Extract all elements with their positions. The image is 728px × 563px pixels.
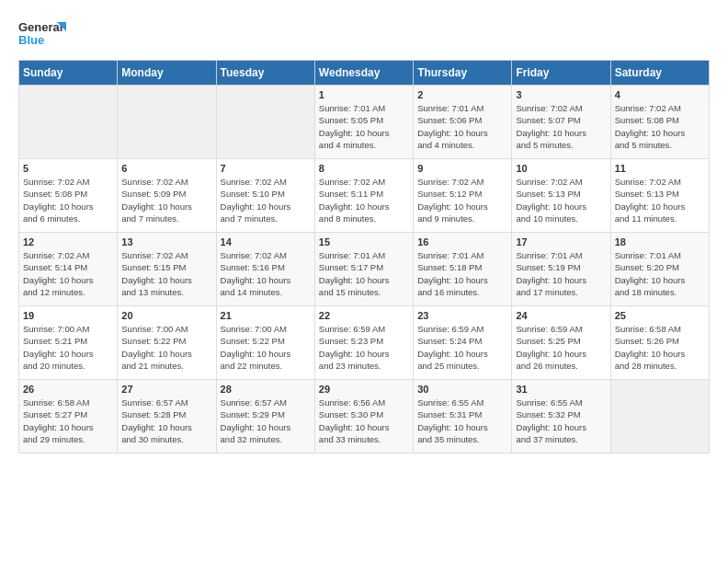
day-number: 15 — [319, 236, 409, 247]
day-info: Sunrise: 7:02 AM Sunset: 5:11 PM Dayligh… — [319, 176, 409, 224]
week-row-4: 19Sunrise: 7:00 AM Sunset: 5:21 PM Dayli… — [19, 306, 710, 380]
week-row-2: 5Sunrise: 7:02 AM Sunset: 5:08 PM Daylig… — [19, 159, 710, 233]
day-number: 12 — [23, 236, 113, 247]
day-cell-30: 30Sunrise: 6:55 AM Sunset: 5:31 PM Dayli… — [414, 380, 512, 454]
day-info: Sunrise: 7:02 AM Sunset: 5:14 PM Dayligh… — [23, 249, 113, 298]
day-info: Sunrise: 7:00 AM Sunset: 5:22 PM Dayligh… — [121, 323, 211, 372]
day-number: 22 — [319, 310, 409, 321]
day-info: Sunrise: 7:01 AM Sunset: 5:06 PM Dayligh… — [417, 102, 507, 151]
week-row-1: 1Sunrise: 7:01 AM Sunset: 5:05 PM Daylig… — [19, 86, 710, 159]
day-info: Sunrise: 7:02 AM Sunset: 5:13 PM Dayligh… — [615, 176, 705, 224]
day-cell-22: 22Sunrise: 6:59 AM Sunset: 5:23 PM Dayli… — [314, 306, 413, 380]
day-number: 14 — [221, 236, 311, 247]
day-cell-9: 9Sunrise: 7:02 AM Sunset: 5:12 PM Daylig… — [414, 159, 512, 233]
day-cell-14: 14Sunrise: 7:02 AM Sunset: 5:16 PM Dayli… — [216, 233, 314, 306]
empty-cell — [216, 86, 314, 159]
day-number: 10 — [516, 163, 606, 174]
header: GeneralBlue — [18, 18, 710, 51]
day-info: Sunrise: 7:01 AM Sunset: 5:20 PM Dayligh… — [615, 249, 705, 298]
day-number: 17 — [516, 236, 606, 247]
week-row-5: 26Sunrise: 6:58 AM Sunset: 5:27 PM Dayli… — [19, 380, 710, 454]
weekday-header-tuesday: Tuesday — [216, 61, 314, 86]
day-info: Sunrise: 7:02 AM Sunset: 5:08 PM Dayligh… — [23, 176, 113, 224]
day-cell-5: 5Sunrise: 7:02 AM Sunset: 5:08 PM Daylig… — [19, 159, 118, 233]
day-cell-20: 20Sunrise: 7:00 AM Sunset: 5:22 PM Dayli… — [118, 306, 216, 380]
day-number: 29 — [319, 384, 409, 395]
day-cell-29: 29Sunrise: 6:56 AM Sunset: 5:30 PM Dayli… — [314, 380, 413, 454]
day-number: 9 — [417, 163, 507, 174]
week-row-3: 12Sunrise: 7:02 AM Sunset: 5:14 PM Dayli… — [19, 233, 710, 306]
day-info: Sunrise: 7:02 AM Sunset: 5:07 PM Dayligh… — [516, 102, 606, 151]
day-number: 30 — [417, 384, 507, 395]
day-info: Sunrise: 6:55 AM Sunset: 5:32 PM Dayligh… — [516, 396, 606, 445]
day-info: Sunrise: 7:02 AM Sunset: 5:12 PM Dayligh… — [417, 176, 507, 224]
day-number: 6 — [121, 163, 211, 174]
svg-text:General: General — [18, 20, 63, 34]
day-number: 13 — [121, 236, 211, 247]
day-cell-16: 16Sunrise: 7:01 AM Sunset: 5:18 PM Dayli… — [414, 233, 512, 306]
day-info: Sunrise: 7:01 AM Sunset: 5:18 PM Dayligh… — [417, 249, 507, 298]
weekday-header-row: SundayMondayTuesdayWednesdayThursdayFrid… — [19, 61, 710, 86]
calendar-table: SundayMondayTuesdayWednesdayThursdayFrid… — [18, 60, 710, 454]
day-cell-1: 1Sunrise: 7:01 AM Sunset: 5:05 PM Daylig… — [314, 86, 413, 159]
day-cell-3: 3Sunrise: 7:02 AM Sunset: 5:07 PM Daylig… — [512, 86, 610, 159]
day-cell-26: 26Sunrise: 6:58 AM Sunset: 5:27 PM Dayli… — [19, 380, 118, 454]
empty-cell — [118, 86, 216, 159]
day-info: Sunrise: 7:02 AM Sunset: 5:08 PM Dayligh… — [615, 102, 705, 151]
day-number: 27 — [121, 384, 211, 395]
day-cell-24: 24Sunrise: 6:59 AM Sunset: 5:25 PM Dayli… — [512, 306, 610, 380]
day-info: Sunrise: 6:56 AM Sunset: 5:30 PM Dayligh… — [319, 396, 409, 445]
day-cell-18: 18Sunrise: 7:01 AM Sunset: 5:20 PM Dayli… — [610, 233, 709, 306]
day-cell-25: 25Sunrise: 6:58 AM Sunset: 5:26 PM Dayli… — [610, 306, 709, 380]
day-info: Sunrise: 7:01 AM Sunset: 5:05 PM Dayligh… — [319, 102, 409, 151]
day-number: 31 — [516, 384, 606, 395]
day-number: 25 — [615, 310, 705, 321]
day-info: Sunrise: 7:01 AM Sunset: 5:19 PM Dayligh… — [516, 249, 606, 298]
weekday-header-friday: Friday — [512, 61, 610, 86]
day-cell-17: 17Sunrise: 7:01 AM Sunset: 5:19 PM Dayli… — [512, 233, 610, 306]
day-cell-2: 2Sunrise: 7:01 AM Sunset: 5:06 PM Daylig… — [414, 86, 512, 159]
day-number: 26 — [23, 384, 113, 395]
day-info: Sunrise: 7:02 AM Sunset: 5:13 PM Dayligh… — [516, 176, 606, 224]
day-cell-13: 13Sunrise: 7:02 AM Sunset: 5:15 PM Dayli… — [118, 233, 216, 306]
logo-svg: GeneralBlue — [18, 18, 69, 51]
day-number: 1 — [319, 89, 409, 100]
day-info: Sunrise: 7:01 AM Sunset: 5:17 PM Dayligh… — [319, 249, 409, 298]
day-info: Sunrise: 6:55 AM Sunset: 5:31 PM Dayligh… — [417, 396, 507, 445]
day-number: 4 — [615, 89, 705, 100]
svg-text:Blue: Blue — [18, 33, 44, 47]
day-number: 21 — [221, 310, 311, 321]
weekday-header-thursday: Thursday — [414, 61, 512, 86]
weekday-header-sunday: Sunday — [19, 61, 118, 86]
day-info: Sunrise: 7:00 AM Sunset: 5:22 PM Dayligh… — [221, 323, 311, 372]
day-number: 8 — [319, 163, 409, 174]
day-number: 11 — [615, 163, 705, 174]
day-number: 2 — [417, 89, 507, 100]
weekday-header-saturday: Saturday — [610, 61, 709, 86]
day-info: Sunrise: 6:59 AM Sunset: 5:23 PM Dayligh… — [319, 323, 409, 372]
day-cell-28: 28Sunrise: 6:57 AM Sunset: 5:29 PM Dayli… — [216, 380, 314, 454]
day-info: Sunrise: 6:59 AM Sunset: 5:24 PM Dayligh… — [417, 323, 507, 372]
day-info: Sunrise: 7:02 AM Sunset: 5:10 PM Dayligh… — [221, 176, 311, 224]
day-number: 28 — [221, 384, 311, 395]
day-cell-23: 23Sunrise: 6:59 AM Sunset: 5:24 PM Dayli… — [414, 306, 512, 380]
day-info: Sunrise: 6:57 AM Sunset: 5:29 PM Dayligh… — [221, 396, 311, 445]
day-info: Sunrise: 7:02 AM Sunset: 5:15 PM Dayligh… — [121, 249, 211, 298]
day-info: Sunrise: 7:02 AM Sunset: 5:09 PM Dayligh… — [121, 176, 211, 224]
calendar-body: 1Sunrise: 7:01 AM Sunset: 5:05 PM Daylig… — [19, 86, 710, 454]
weekday-header-wednesday: Wednesday — [314, 61, 413, 86]
day-cell-4: 4Sunrise: 7:02 AM Sunset: 5:08 PM Daylig… — [610, 86, 709, 159]
empty-cell — [19, 86, 118, 159]
day-cell-7: 7Sunrise: 7:02 AM Sunset: 5:10 PM Daylig… — [216, 159, 314, 233]
day-cell-11: 11Sunrise: 7:02 AM Sunset: 5:13 PM Dayli… — [610, 159, 709, 233]
day-info: Sunrise: 7:00 AM Sunset: 5:21 PM Dayligh… — [23, 323, 113, 372]
weekday-header-monday: Monday — [118, 61, 216, 86]
day-cell-6: 6Sunrise: 7:02 AM Sunset: 5:09 PM Daylig… — [118, 159, 216, 233]
day-number: 16 — [417, 236, 507, 247]
empty-cell — [610, 380, 709, 454]
day-info: Sunrise: 7:02 AM Sunset: 5:16 PM Dayligh… — [221, 249, 311, 298]
day-number: 5 — [23, 163, 113, 174]
day-number: 18 — [615, 236, 705, 247]
day-cell-15: 15Sunrise: 7:01 AM Sunset: 5:17 PM Dayli… — [314, 233, 413, 306]
day-cell-19: 19Sunrise: 7:00 AM Sunset: 5:21 PM Dayli… — [19, 306, 118, 380]
